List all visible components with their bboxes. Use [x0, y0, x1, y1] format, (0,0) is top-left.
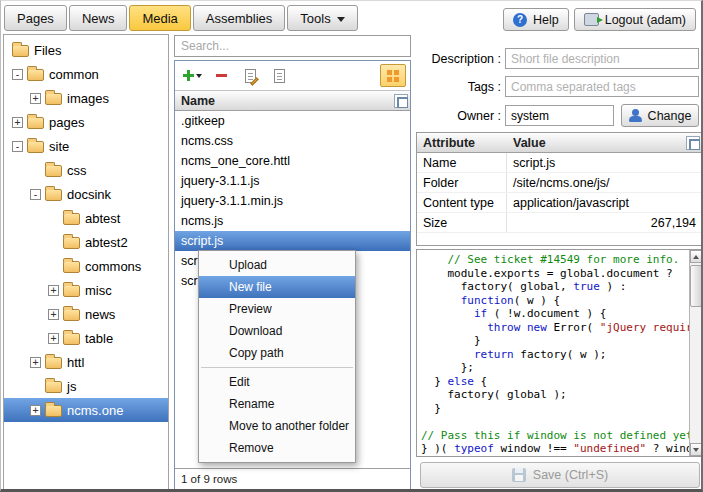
folder-icon [45, 165, 62, 177]
logout-button[interactable]: Logout (adam) [574, 8, 696, 31]
code-line: if ( !w.document ) { [421, 307, 689, 321]
tree-item-common[interactable]: -common [4, 62, 168, 86]
help-label: Help [533, 13, 559, 27]
column-settings-icon[interactable] [686, 136, 700, 150]
menu-item-new-file[interactable]: New file [199, 276, 355, 298]
description-input[interactable] [505, 48, 699, 69]
tab-label: News [82, 11, 115, 26]
edit-file-icon [245, 69, 256, 83]
remove-file-button[interactable] [208, 64, 234, 87]
add-file-icon [183, 70, 202, 82]
menu-item-move-to-another-folder[interactable]: Move to another folder [199, 415, 355, 437]
expand-icon[interactable]: + [12, 117, 23, 128]
tree-item-label: images [67, 91, 109, 106]
menu-item-upload[interactable]: Upload [199, 254, 355, 276]
file-row-ncms-one-core-httl[interactable]: ncms_one_core.httl [175, 151, 410, 171]
folder-icon [27, 141, 44, 153]
scroll-up-button[interactable] [690, 250, 702, 263]
file-row-ncms-js[interactable]: ncms.js [175, 211, 410, 231]
context-menu: UploadNew filePreviewDownloadCopy pathEd… [198, 250, 356, 463]
collapse-icon[interactable]: - [30, 189, 41, 200]
tree-item-news[interactable]: +news [4, 302, 168, 326]
tree-item-js[interactable]: js [4, 374, 168, 398]
chevron-down-icon [337, 17, 345, 22]
file-tree[interactable]: Files-common+images+pages-sitecss-docsin… [3, 34, 169, 490]
tree-item-table[interactable]: +table [4, 326, 168, 350]
folder-icon [45, 405, 62, 417]
file-row-jquery-3-1-1-js[interactable]: jquery-3.1.1.js [175, 171, 410, 191]
scrollbar-thumb[interactable] [690, 265, 702, 307]
add-file-button[interactable] [179, 64, 205, 87]
tree-item-files[interactable]: Files [4, 38, 168, 62]
tree-item-site[interactable]: -site [4, 134, 168, 158]
menu-item-copy-path[interactable]: Copy path [199, 342, 355, 364]
tags-input[interactable] [505, 76, 699, 97]
file-row-jquery-3-1-1-min-js[interactable]: jquery-3.1.1.min.js [175, 191, 410, 211]
code-line: // Pass this if window is not defined ye… [421, 429, 689, 443]
tree-item-label: abtest [85, 211, 120, 226]
column-settings-icon[interactable] [394, 94, 408, 108]
code-editor[interactable]: // See ticket #14549 for more info. modu… [416, 249, 703, 457]
menu-item-remove[interactable]: Remove [199, 437, 355, 459]
tab-assemblies[interactable]: Assemblies [193, 5, 285, 31]
tree-item-httl[interactable]: +httl [4, 350, 168, 374]
tree-item-ncms-one[interactable]: +ncms.one [4, 398, 168, 422]
tab-news[interactable]: News [69, 5, 128, 31]
tree-item-label: news [85, 307, 115, 322]
folder-icon [45, 93, 62, 105]
owner-input[interactable] [505, 105, 614, 126]
menu-item-edit[interactable]: Edit [199, 371, 355, 393]
attribute-name-cell: Name [417, 153, 507, 172]
attribute-column-header[interactable]: Attribute [417, 136, 507, 150]
tab-media[interactable]: Media [129, 5, 190, 31]
tree-item-commons[interactable]: commons [4, 254, 168, 278]
tree-item-css[interactable]: css [4, 158, 168, 182]
scroll-down-button[interactable] [690, 443, 702, 456]
logout-icon [584, 13, 599, 26]
menu-item-download[interactable]: Download [199, 320, 355, 342]
folder-icon [63, 237, 80, 249]
value-column-header[interactable]: Value [507, 136, 702, 150]
name-column-header[interactable]: Name [181, 94, 215, 108]
expand-icon[interactable]: + [48, 333, 59, 344]
edit-file-button[interactable] [237, 64, 263, 87]
file-list-header[interactable]: Name [175, 90, 410, 111]
remove-file-icon [216, 74, 227, 77]
code-line [421, 415, 689, 429]
attribute-value-cell: application/javascript [507, 196, 702, 210]
tree-item-abtest[interactable]: abtest [4, 206, 168, 230]
editor-scrollbar[interactable] [689, 250, 702, 456]
change-owner-button[interactable]: Change [621, 104, 699, 127]
tree-item-label: css [67, 163, 87, 178]
tree-item-label: common [49, 67, 99, 82]
expand-icon[interactable]: + [48, 285, 59, 296]
file-name: ncms.js [181, 214, 223, 228]
file-row-gitkeep[interactable]: .gitkeep [175, 111, 410, 131]
expand-icon[interactable]: + [30, 93, 41, 104]
file-name: scr [181, 254, 198, 268]
collapse-icon[interactable]: - [12, 69, 23, 80]
folder-icon [63, 333, 80, 345]
expand-icon[interactable]: + [30, 357, 41, 368]
expand-icon[interactable]: + [30, 405, 41, 416]
code-line: function( w ) { [421, 294, 689, 308]
save-button[interactable]: Save (Ctrl+S) [420, 462, 700, 488]
tree-item-pages[interactable]: +pages [4, 110, 168, 134]
file-row-script-js[interactable]: script.js [175, 231, 410, 251]
view-file-button[interactable] [266, 64, 292, 87]
help-button[interactable]: ? Help [503, 8, 569, 31]
collapse-icon[interactable]: - [12, 141, 23, 152]
tree-item-docsink[interactable]: -docsink [4, 182, 168, 206]
code-line: throw new Error( "jQuery requires [421, 321, 689, 335]
tree-item-misc[interactable]: +misc [4, 278, 168, 302]
tree-item-abtest2[interactable]: abtest2 [4, 230, 168, 254]
menu-item-preview[interactable]: Preview [199, 298, 355, 320]
expand-icon[interactable]: + [48, 309, 59, 320]
tab-tools[interactable]: Tools [287, 5, 357, 31]
search-input[interactable] [174, 35, 411, 57]
file-row-ncms-css[interactable]: ncms.css [175, 131, 410, 151]
tab-pages[interactable]: Pages [4, 5, 67, 31]
tree-item-label: Files [34, 43, 61, 58]
menu-item-rename[interactable]: Rename [199, 393, 355, 415]
tree-item-images[interactable]: +images [4, 86, 168, 110]
